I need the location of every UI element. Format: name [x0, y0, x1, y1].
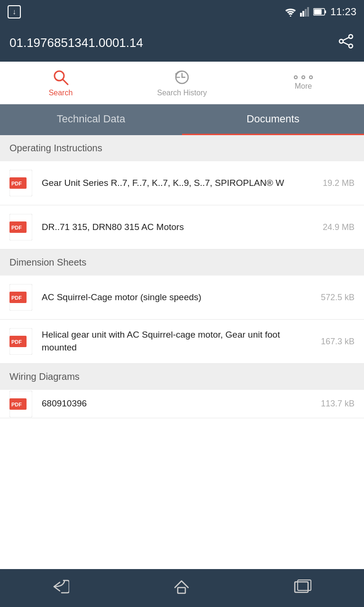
svg-text:PDF: PDF — [11, 339, 22, 345]
tab-more-label: More — [295, 82, 312, 91]
tab-more[interactable]: More — [243, 62, 364, 104]
svg-point-9 — [339, 39, 343, 43]
doc-info: Helical gear unit with AC Squirrel-cage … — [42, 329, 315, 354]
share-button[interactable] — [337, 33, 355, 53]
documents-content: Operating Instructions PDF Gear Unit Ser… — [0, 135, 364, 418]
tab-technical-data[interactable]: Technical Data — [0, 104, 182, 135]
svg-point-0 — [290, 16, 291, 17]
pdf-icon: PDF — [9, 391, 32, 417]
svg-line-11 — [343, 37, 349, 40]
svg-rect-6 — [325, 10, 326, 13]
app-header: 01.1976851341.0001.14 — [0, 24, 364, 62]
svg-rect-1 — [300, 13, 302, 17]
tab-search[interactable]: Search — [0, 62, 121, 104]
tab-history[interactable]: Search History — [121, 62, 243, 104]
svg-rect-3 — [305, 9, 307, 17]
pdf-icon: PDF — [9, 214, 32, 240]
svg-rect-31 — [178, 588, 185, 593]
tab-search-label: Search — [49, 89, 73, 97]
pdf-icon: PDF — [9, 170, 32, 196]
svg-rect-2 — [302, 11, 304, 17]
more-dots-icon — [294, 75, 313, 79]
svg-text:PDF: PDF — [11, 402, 22, 407]
svg-text:PDF: PDF — [11, 225, 22, 230]
history-icon — [173, 69, 191, 86]
tab-documents[interactable]: Documents — [182, 104, 364, 135]
app-title: 01.1976851341.0001.14 — [9, 36, 143, 50]
pdf-icon: PDF — [9, 328, 32, 355]
doc-info: DR..71 315, DRN80 315 AC Motors — [42, 221, 317, 234]
doc-item-ac-squirrel[interactable]: PDF AC Squirrel-Cage motor (single speed… — [0, 276, 364, 320]
battery-icon — [313, 8, 327, 16]
pdf-icon: PDF — [9, 284, 32, 311]
recents-button[interactable] — [294, 579, 312, 598]
doc-item-helical-gear[interactable]: PDF Helical gear unit with AC Squirrel-c… — [0, 320, 364, 364]
svg-rect-7 — [314, 9, 321, 15]
doc-item-wiring-partial[interactable]: PDF 680910396 113.7 kB — [0, 390, 364, 418]
home-button[interactable] — [173, 578, 190, 598]
doc-item-gear-unit[interactable]: PDF Gear Unit Series R..7, F..7, K..7, K… — [0, 161, 364, 205]
tab-navigation: Search Search History More — [0, 62, 364, 104]
signal-icon — [300, 7, 309, 17]
status-bar-left: ↓ — [8, 5, 21, 18]
category-operating-instructions: Operating Instructions — [0, 135, 364, 161]
doc-info: AC Squirrel-Cage motor (single speeds) — [42, 291, 315, 304]
search-icon — [52, 69, 69, 86]
svg-point-8 — [349, 35, 353, 38]
doc-item-ac-motors[interactable]: PDF DR..71 315, DRN80 315 AC Motors 24.9… — [0, 205, 364, 249]
tab-history-label: Search History — [157, 89, 207, 97]
svg-line-14 — [63, 80, 68, 84]
back-button[interactable] — [52, 579, 69, 597]
svg-text:PDF: PDF — [11, 181, 22, 186]
doc-info: 680910396 — [42, 397, 315, 410]
section-tabs: Technical Data Documents — [0, 104, 364, 135]
status-time: 11:23 — [330, 6, 356, 18]
status-bar: ↓ 11:23 — [0, 0, 364, 24]
svg-point-10 — [349, 44, 353, 48]
category-dimension-sheets: Dimension Sheets — [0, 249, 364, 276]
download-indicator: ↓ — [8, 5, 21, 18]
svg-text:PDF: PDF — [11, 295, 22, 301]
doc-info: Gear Unit Series R..7, F..7, K..7, K..9,… — [42, 177, 317, 190]
wifi-icon — [285, 7, 296, 17]
bottom-navigation — [0, 569, 364, 607]
status-icons: 11:23 — [285, 6, 356, 18]
svg-rect-4 — [307, 7, 309, 17]
svg-line-12 — [343, 42, 349, 45]
category-wiring-diagrams: Wiring Diagrams — [0, 364, 364, 390]
